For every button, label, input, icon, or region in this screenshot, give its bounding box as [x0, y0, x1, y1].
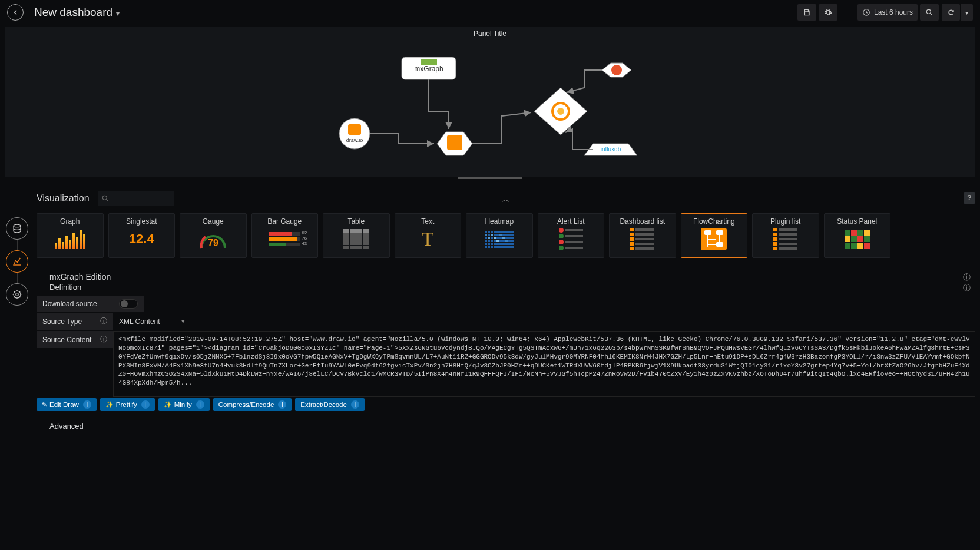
svg-rect-22: [704, 230, 711, 235]
viz-bar-gauge[interactable]: Bar Gauge 62 76 43: [251, 213, 319, 258]
prettify-button[interactable]: ✨Prettifyi: [100, 398, 155, 411]
section-title-visualization: Visualization: [37, 193, 90, 204]
resize-handle[interactable]: [458, 177, 522, 179]
zoom-out-button[interactable]: [920, 4, 939, 21]
viz-singlestat[interactable]: Singlestat 12.4: [108, 213, 176, 258]
panel-title[interactable]: Panel Title: [5, 27, 975, 38]
viz-alert-list[interactable]: Alert List: [538, 213, 605, 258]
viz-flowcharting[interactable]: FlowCharting: [681, 213, 748, 258]
svg-rect-4: [421, 59, 437, 65]
tab-visualization[interactable]: [6, 250, 28, 273]
source-type-label: Source Typeⓘ: [37, 313, 113, 330]
edit-draw-button[interactable]: ✎Edit Drawi: [37, 398, 97, 411]
svg-rect-24: [716, 242, 723, 247]
info-icon[interactable]: ⓘ: [100, 334, 107, 344]
source-content-textarea[interactable]: <mxfile modified="2019-09-14T08:52:19.27…: [113, 331, 975, 397]
viz-status-panel[interactable]: Status Panel: [824, 213, 891, 258]
back-button[interactable]: [7, 4, 24, 21]
tab-queries[interactable]: [6, 217, 28, 240]
viz-plugin-list[interactable]: Plugin list: [752, 213, 819, 258]
svg-text:mxGraph: mxGraph: [414, 65, 443, 73]
info-icon[interactable]: ⓘ: [100, 316, 107, 326]
svg-text:draw.io: draw.io: [346, 137, 363, 143]
svg-rect-6: [348, 124, 361, 135]
svg-point-14: [611, 65, 622, 75]
panel-preview: Panel Title mxGraph draw.io influxdb: [5, 27, 975, 177]
viz-gauge[interactable]: Gauge 79: [180, 213, 247, 258]
svg-point-19: [16, 293, 19, 296]
advanced-section-label[interactable]: Advanced: [49, 422, 975, 430]
collapse-toggle[interactable]: ︿: [502, 194, 510, 205]
viz-graph[interactable]: Graph: [37, 213, 104, 258]
svg-point-20: [102, 196, 107, 200]
options-heading: mxGraph Edition: [49, 272, 975, 281]
chevron-down-icon: ▾: [965, 9, 968, 16]
info-icon[interactable]: ⓘ: [963, 283, 971, 293]
minify-button[interactable]: ✨Minifyi: [158, 398, 210, 411]
help-button[interactable]: ?: [964, 192, 975, 204]
svg-rect-9: [447, 135, 462, 150]
svg-point-1: [926, 9, 931, 14]
svg-text:79: 79: [208, 238, 218, 248]
viz-heatmap[interactable]: Heatmap: [466, 213, 533, 258]
source-type-select[interactable]: XML Content: [113, 314, 190, 329]
dashboard-title[interactable]: New dashboard▾: [34, 6, 120, 19]
refresh-button[interactable]: [941, 4, 960, 21]
search-icon: [101, 194, 110, 203]
download-source-label: Download source: [37, 296, 113, 312]
download-source-toggle[interactable]: [119, 299, 138, 309]
svg-rect-23: [716, 230, 723, 235]
options-subheading: Definition: [49, 283, 975, 291]
compress-button[interactable]: Compress/Encodei: [213, 398, 292, 411]
chevron-down-icon: ▾: [116, 9, 120, 18]
refresh-interval-button[interactable]: ▾: [960, 4, 973, 21]
tab-general[interactable]: [6, 283, 28, 306]
viz-text[interactable]: Text T: [395, 213, 462, 258]
time-range-button[interactable]: Last 6 hours: [858, 4, 918, 21]
svg-point-17: [14, 224, 21, 227]
info-icon[interactable]: ⓘ: [963, 272, 971, 283]
settings-button[interactable]: [819, 4, 837, 21]
viz-dashboard-list[interactable]: Dashboard list: [609, 213, 676, 258]
flowchart-diagram: mxGraph draw.io influxdb: [331, 52, 649, 176]
svg-point-12: [557, 108, 564, 115]
source-content-label: Source Contentⓘ: [37, 331, 113, 348]
svg-text:influxdb: influxdb: [601, 146, 621, 153]
extract-button[interactable]: Extract/Decodei: [295, 398, 365, 411]
save-button[interactable]: [797, 4, 816, 21]
viz-table[interactable]: Table: [323, 213, 390, 258]
